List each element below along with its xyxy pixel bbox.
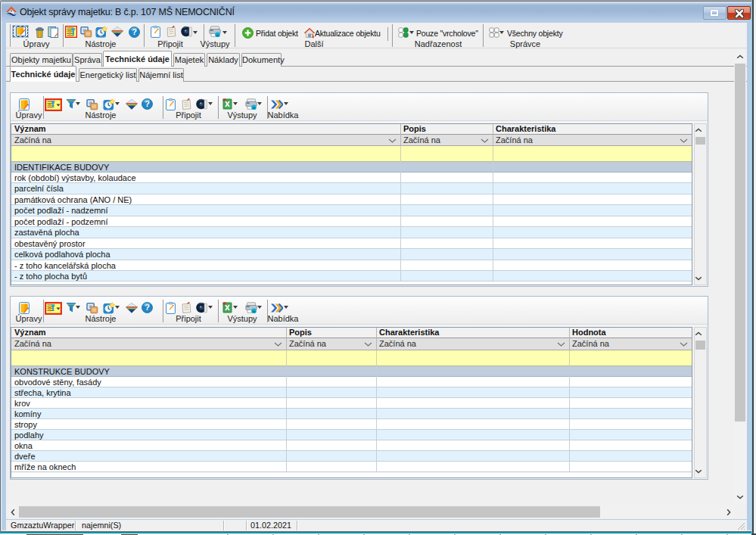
svg-text:?: ?	[145, 303, 150, 312]
svg-text:?: ?	[145, 99, 150, 108]
svg-text:?: ?	[132, 27, 137, 36]
